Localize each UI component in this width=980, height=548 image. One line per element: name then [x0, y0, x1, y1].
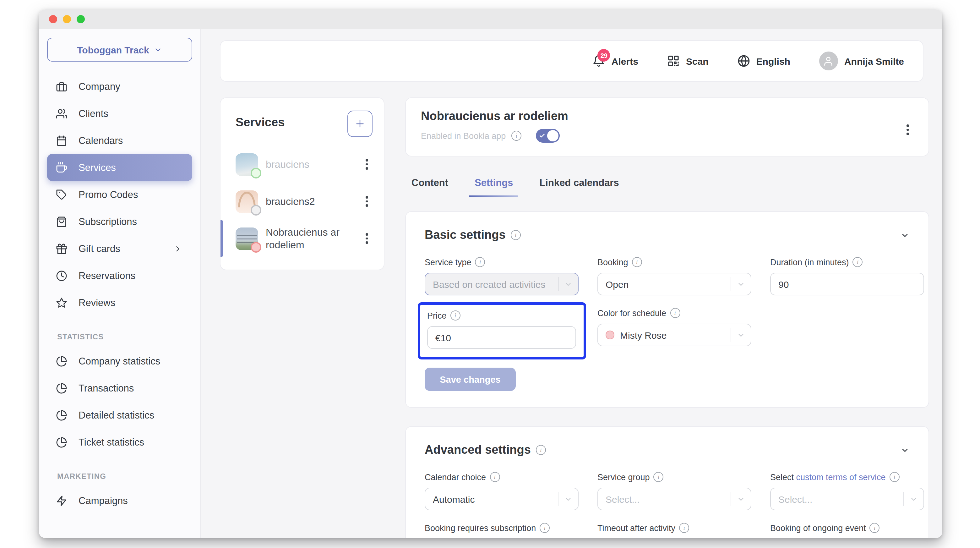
service-options-kebab[interactable] — [361, 231, 372, 246]
service-list-item[interactable]: brauciens2 — [235, 183, 372, 220]
price-input[interactable] — [427, 326, 576, 349]
enabled-toggle[interactable] — [536, 129, 560, 143]
add-service-button[interactable] — [347, 111, 372, 137]
sidebar-item-reservations[interactable]: Reservations — [47, 262, 192, 289]
sidebar-item-label: Clients — [78, 108, 108, 119]
tab-linked-calendars[interactable]: Linked calendars — [539, 177, 619, 198]
collapse-section-button[interactable] — [900, 230, 910, 240]
field-service-type: Service typei Based on created activitie… — [425, 257, 579, 295]
sidebar-item-gift-cards[interactable]: Gift cards — [47, 235, 192, 262]
info-icon[interactable]: i — [511, 131, 522, 141]
sidebar-item-ticket-statistics[interactable]: Ticket statistics — [47, 429, 192, 456]
sidebar-item-label: Reservations — [78, 270, 135, 281]
tab-settings[interactable]: Settings — [475, 177, 513, 198]
user-menu[interactable]: Annija Smilte — [819, 51, 904, 70]
tab-content[interactable]: Content — [412, 177, 448, 198]
sidebar-item-company[interactable]: Company — [47, 73, 192, 100]
service-list-item-selected[interactable]: Nobraucienus ar rodeliem — [235, 220, 372, 257]
sidebar-item-company-statistics[interactable]: Company statistics — [47, 347, 192, 374]
pie-chart-icon — [56, 355, 67, 367]
field-timeout-after-activity: Timeout after activityi — [597, 523, 751, 538]
sidebar-item-campaigns[interactable]: Campaigns — [47, 487, 192, 514]
detail-tabs: Content Settings Linked calendars — [412, 177, 619, 198]
screen: Toboggan Track Company Clients Calendars — [0, 0, 980, 548]
close-window-button[interactable] — [49, 15, 57, 23]
sidebar-item-clients[interactable]: Clients — [47, 100, 192, 127]
chevron-down-icon — [730, 328, 751, 342]
info-icon[interactable]: i — [870, 523, 880, 533]
sidebar-item-label: Company — [78, 81, 120, 92]
sidebar-item-label: Transactions — [78, 382, 134, 394]
maximize-window-button[interactable] — [76, 15, 85, 23]
sidebar-item-label: Company statistics — [78, 355, 160, 367]
sidebar-item-subscriptions[interactable]: Subscriptions — [47, 208, 192, 235]
color-swatch — [606, 331, 614, 339]
chevron-down-icon — [730, 492, 751, 506]
sidebar-item-detailed-statistics[interactable]: Detailed statistics — [47, 401, 192, 429]
duration-input[interactable] — [770, 273, 924, 295]
info-icon[interactable]: i — [475, 257, 485, 267]
services-panel: Services brauciens brauci — [220, 97, 385, 270]
chevron-down-icon — [154, 46, 162, 54]
info-icon[interactable]: i — [654, 472, 664, 482]
info-icon[interactable]: i — [632, 257, 642, 267]
save-changes-button[interactable]: Save changes — [425, 368, 516, 391]
info-icon[interactable]: i — [889, 472, 900, 482]
sidebar-item-label: Promo Codes — [78, 189, 138, 200]
info-icon[interactable]: i — [490, 472, 500, 482]
field-duration: Duration (in minutes)i — [770, 257, 924, 295]
user-name: Annija Smilte — [844, 56, 904, 66]
custom-terms-link[interactable]: custom terms of service — [796, 472, 886, 482]
basic-settings-section: Basic settings i Service typei Based on … — [405, 211, 929, 408]
service-list-item[interactable]: brauciens — [235, 146, 372, 183]
sidebar-item-transactions[interactable]: Transactions — [47, 374, 192, 401]
advanced-settings-section: Advanced settings i Calendar choicei Aut… — [405, 426, 929, 538]
color-select[interactable]: Misty Rose — [597, 323, 751, 346]
info-icon[interactable]: i — [539, 523, 550, 533]
service-group-select[interactable]: Select... — [597, 487, 751, 510]
org-switcher-button[interactable]: Toboggan Track — [47, 38, 192, 62]
chevron-down-icon — [558, 492, 578, 506]
advanced-settings-title: Advanced settings — [425, 443, 531, 457]
alerts-button[interactable]: 29 Alerts — [593, 55, 638, 67]
sidebar-item-calendars[interactable]: Calendars — [47, 127, 192, 154]
person-icon — [823, 56, 834, 66]
service-thumbnail — [235, 153, 258, 176]
info-icon[interactable]: i — [450, 311, 460, 320]
language-selector[interactable]: English — [738, 55, 790, 67]
service-name: Nobraucienus ar rodeliem — [266, 226, 347, 251]
globe-icon — [738, 55, 750, 67]
avatar — [819, 51, 838, 70]
scan-button[interactable]: Scan — [667, 55, 709, 67]
plus-icon — [354, 118, 366, 129]
service-options-kebab[interactable] — [361, 157, 372, 172]
chevron-right-icon — [172, 243, 183, 254]
field-booking-of-ongoing-event: Booking of ongoing eventi — [770, 523, 924, 538]
collapse-section-button[interactable] — [900, 445, 910, 455]
sidebar-item-reviews[interactable]: Reviews — [47, 289, 192, 316]
booking-select[interactable]: Open — [597, 273, 751, 295]
info-icon[interactable]: i — [536, 445, 546, 455]
service-options-kebab[interactable] — [361, 194, 372, 209]
sidebar-item-services[interactable]: Services — [47, 154, 192, 181]
field-color-for-schedule: Color for schedulei Misty Rose — [597, 308, 751, 351]
sidebar-item-label: Gift cards — [78, 243, 120, 254]
custom-terms-select[interactable]: Select... — [770, 487, 924, 510]
info-icon[interactable]: i — [670, 308, 680, 318]
check-icon — [539, 132, 545, 139]
info-icon[interactable]: i — [679, 523, 689, 533]
briefcase-icon — [56, 81, 67, 92]
org-name: Toboggan Track — [77, 44, 149, 55]
info-icon[interactable]: i — [511, 230, 521, 240]
info-icon[interactable]: i — [853, 257, 863, 267]
shopping-bag-icon — [56, 216, 67, 227]
app-window: Toboggan Track Company Clients Calendars — [39, 10, 942, 538]
chevron-down-icon — [730, 277, 751, 291]
service-options-kebab[interactable] — [902, 122, 913, 137]
minimize-window-button[interactable] — [63, 15, 71, 23]
service-detail-header: Nobraucienus ar rodeliem Enabled in Book… — [405, 97, 929, 156]
service-type-select[interactable]: Based on created activities — [425, 273, 579, 295]
sidebar-item-promo-codes[interactable]: Promo Codes — [47, 181, 192, 208]
users-icon — [56, 108, 67, 119]
calendar-choice-select[interactable]: Automatic — [425, 487, 579, 510]
